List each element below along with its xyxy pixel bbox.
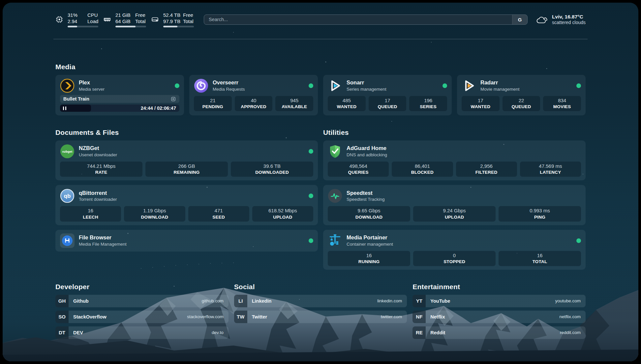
bookmark-github[interactable]: GH Github github.com xyxy=(55,295,229,307)
app-name: NZBGet xyxy=(79,145,117,152)
stat-ping: 0.993 msPING xyxy=(499,206,581,221)
radarr-icon xyxy=(462,78,476,93)
playback-time: 24:44 / 02:06:47 xyxy=(141,106,176,111)
app-desc: Torrent downloader xyxy=(79,197,117,202)
memory-icon xyxy=(103,15,111,23)
app-desc: Media Requests xyxy=(213,86,245,92)
status-dot xyxy=(309,238,313,243)
stat-seed: 471SEED xyxy=(188,206,249,221)
memory-label-1: Free xyxy=(135,12,146,18)
memory-label-2: Total xyxy=(135,18,146,24)
app-name: Radarr xyxy=(480,79,520,86)
app-name: Speedtest xyxy=(347,190,385,197)
status-dot xyxy=(309,149,313,154)
stat-queued: 22QUEUED xyxy=(503,96,540,111)
app-card-speedtest[interactable]: Speedtest Speedtest Tracking 9.65 GbpsDO… xyxy=(323,185,586,225)
plex-icon xyxy=(60,78,75,93)
search-engine-button[interactable]: G xyxy=(512,15,527,24)
stat-downloaded: 39.6 TBDOWNLOADED xyxy=(231,162,313,177)
stat-download: 1.19 GbpsDOWNLOAD xyxy=(124,206,185,221)
memory-free: 21 GiB xyxy=(115,12,135,18)
bookmark-url: linkedin.com xyxy=(377,298,402,303)
speedtest-icon xyxy=(328,189,342,203)
bookmark-dev[interactable]: DT DEV dev.to xyxy=(55,326,229,339)
disk-icon xyxy=(151,15,159,23)
app-card-portainer[interactable]: Media Portainer Container management 16R… xyxy=(323,230,586,270)
app-card-plex[interactable]: Plex Media server Bullet Train xyxy=(55,75,184,115)
app-card-nzbget[interactable]: nzbget NZBGet Usenet downloader 744.21 M… xyxy=(55,140,318,180)
app-name: File Browser xyxy=(79,234,127,241)
bookmark-url: reddit.com xyxy=(560,330,581,335)
stat-queries: 498,564QUERIES xyxy=(328,162,389,177)
cpu-load: 2.94 xyxy=(68,18,87,24)
bookmark-abbr: SO xyxy=(55,311,69,323)
cpu-bar xyxy=(68,26,98,27)
qbittorrent-icon: qb xyxy=(60,189,75,203)
app-desc: Container management xyxy=(347,241,393,247)
overseerr-icon xyxy=(194,78,208,93)
bookmark-youtube[interactable]: YT YouTube youtube.com xyxy=(412,295,586,307)
section-title-media: Media xyxy=(55,63,586,71)
bookmark-label: StackOverflow xyxy=(73,314,107,319)
pause-icon[interactable] xyxy=(63,106,66,110)
now-playing-title: Bullet Train xyxy=(63,96,89,102)
top-bar: 31%2.94 CPULoad 21 GiB64 GiB F xyxy=(55,10,586,29)
dashboard-page: 31%2.94 CPULoad 21 GiB64 GiB F xyxy=(3,3,638,361)
bookmark-abbr: RE xyxy=(412,326,426,339)
app-desc: Speedtest Tracking xyxy=(347,197,385,202)
bookmark-abbr: NF xyxy=(412,311,426,323)
app-desc: DNS and adblocking xyxy=(347,152,387,158)
app-card-filebrowser[interactable]: File Browser Media File Management xyxy=(55,230,318,252)
filebrowser-icon xyxy=(60,233,75,248)
now-playing-row[interactable]: Bullet Train xyxy=(60,95,179,103)
bookmark-twitter[interactable]: TW Twitter twitter.com xyxy=(234,311,407,323)
search-input[interactable] xyxy=(204,17,512,22)
memory-stat: 21 GiB64 GiB FreeTotal xyxy=(103,12,146,27)
playback-progress: 24:44 / 02:06:47 xyxy=(60,105,179,112)
app-name: Media Portainer xyxy=(347,234,393,241)
stat-approved: 40APPROVED xyxy=(235,96,273,111)
search-bar: G xyxy=(204,15,528,25)
bookmark-stackoverflow[interactable]: SO StackOverflow stackoverflow.com xyxy=(55,311,229,323)
status-dot xyxy=(443,83,447,88)
stat-remaining: 266 GBREMAINING xyxy=(145,162,228,177)
app-card-radarr[interactable]: Radarr Movie management 17WANTED 22QUEUE… xyxy=(457,75,586,115)
disk-free: 52.4 TB xyxy=(163,12,183,18)
bookmark-linkedin[interactable]: LI LinkedIn linkedin.com xyxy=(234,295,407,307)
memory-total: 64 GiB xyxy=(115,18,135,24)
bookmark-abbr: TW xyxy=(234,311,247,323)
header-divider xyxy=(53,39,588,39)
bookmark-url: youtube.com xyxy=(555,298,581,303)
app-card-qbittorrent[interactable]: qb qBittorrent Torrent downloader 16LEEC… xyxy=(55,185,318,225)
app-card-adguard[interactable]: AdGuard Home DNS and adblocking 498,564Q… xyxy=(323,140,586,180)
section-media: Media Plex Media server Bullet xyxy=(55,63,586,115)
section-documents: Documents & Files nzbget NZBGet Usenet d… xyxy=(55,129,318,252)
bookmark-url: github.com xyxy=(202,298,224,303)
section-utilities: Utilities xyxy=(323,129,586,270)
sonarr-icon xyxy=(328,78,342,93)
cpu-label-2: Load xyxy=(87,18,98,24)
app-name: Sonarr xyxy=(347,79,386,86)
camera-icon[interactable] xyxy=(170,96,176,102)
nzbget-icon: nzbget xyxy=(60,144,75,159)
bookmark-reddit[interactable]: RE Reddit reddit.com xyxy=(412,326,586,339)
bookmark-url: twitter.com xyxy=(381,314,402,319)
stat-download: 9.65 GbpsDOWNLOAD xyxy=(328,206,410,221)
cpu-stat: 31%2.94 CPULoad xyxy=(55,12,98,27)
bookmark-netflix[interactable]: NF Netflix netflix.com xyxy=(412,311,586,323)
bookmark-label: Github xyxy=(73,298,89,304)
adguard-icon xyxy=(328,144,342,159)
app-card-sonarr[interactable]: Sonarr Series management 485WANTED 17QUE… xyxy=(323,75,452,115)
section-title-social: Social xyxy=(234,283,407,291)
section-title-utilities: Utilities xyxy=(323,129,586,136)
app-desc: Series management xyxy=(347,86,386,92)
bookmark-url: stackoverflow.com xyxy=(187,314,223,319)
bookmark-abbr: LI xyxy=(234,295,247,307)
stat-queued: 17QUEUED xyxy=(369,96,407,111)
app-desc: Media server xyxy=(79,86,105,92)
bookmark-label: YouTube xyxy=(430,298,450,304)
app-card-overseerr[interactable]: Overseerr Media Requests 21PENDING 40APP… xyxy=(189,75,318,115)
section-title-entertainment: Entertainment xyxy=(412,283,586,291)
system-stats: 31%2.94 CPULoad 21 GiB64 GiB F xyxy=(55,12,194,27)
memory-bar xyxy=(115,26,146,27)
